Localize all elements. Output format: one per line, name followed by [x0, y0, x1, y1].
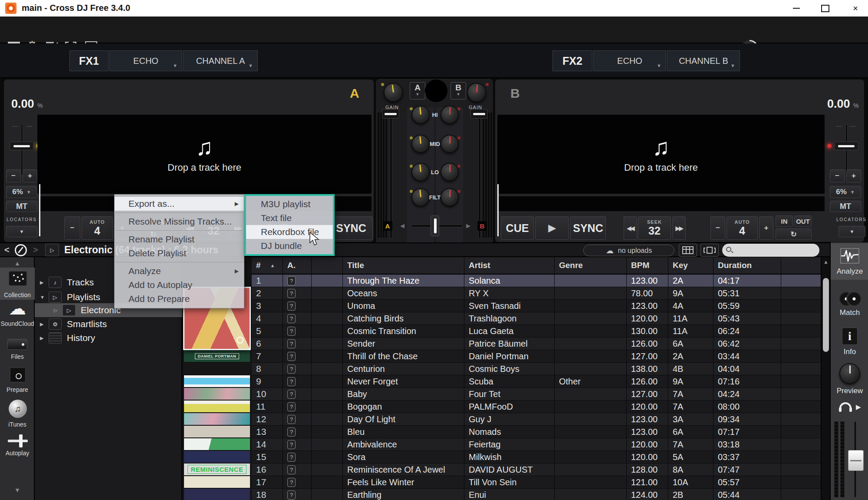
- crossfader-handle[interactable]: [431, 215, 439, 236]
- deck-b-loop-icon-button[interactable]: ↻: [776, 228, 812, 240]
- table-row[interactable]: 11?BogoganPALMFooD120.007A08:00: [252, 401, 821, 413]
- deck-b-loop-in-button[interactable]: IN: [776, 215, 793, 227]
- deck-b-locators-dropdown[interactable]: ▼: [838, 226, 865, 237]
- deck-b-pitch-range-select[interactable]: 6%▼: [830, 186, 861, 198]
- deck-a-drop-zone[interactable]: ♫ Drop a track here: [37, 115, 372, 194]
- table-row[interactable]: 16?Reminiscence Of A JewelDAVID AUGUST12…: [252, 464, 821, 476]
- sidebar-scroll-up-icon[interactable]: ▲: [0, 260, 35, 267]
- expander-icon[interactable]: ▶: [40, 335, 46, 341]
- preview-knob[interactable]: [839, 363, 860, 384]
- deck-b-seek-back-button[interactable]: ◀◀: [624, 216, 637, 240]
- expander-icon[interactable]: ▶: [40, 321, 46, 327]
- deck-b-auto-minus-button[interactable]: −: [710, 216, 725, 240]
- browse-compass-icon[interactable]: [15, 244, 27, 256]
- volume-fader-a-handle[interactable]: [382, 109, 399, 119]
- sidebar-item-autoplay[interactable]: Autoplay: [0, 431, 35, 458]
- table-row[interactable]: 6?SenderPatrice Bäumel126.006A06:42: [252, 338, 821, 350]
- crossfader-left-arrow-icon[interactable]: ◀: [400, 222, 404, 229]
- deck-a-master-tempo-button[interactable]: MT: [6, 201, 37, 212]
- sidebar-item-soundcloud[interactable]: ☁ SoundCloud: [0, 301, 35, 328]
- info-button[interactable]: i Info: [831, 328, 868, 360]
- sort-asc-icon[interactable]: ▲: [270, 263, 275, 268]
- header-analysis[interactable]: A.: [283, 257, 312, 274]
- gain-b-knob[interactable]: [467, 83, 486, 102]
- header-artist[interactable]: Artist: [464, 257, 555, 274]
- deck-b-pitch-minus-button[interactable]: −: [830, 169, 845, 182]
- menu-item[interactable]: Rename Playlist: [115, 232, 244, 246]
- table-row[interactable]: 7?Thrill of the ChaseDaniel Portman127.0…: [252, 350, 821, 363]
- header-key[interactable]: Key: [668, 257, 713, 274]
- fx2-effect-select[interactable]: ECHO▼: [593, 50, 666, 71]
- sidebar-item-prepare[interactable]: Prepare: [0, 366, 35, 394]
- header-number[interactable]: #▲: [252, 257, 283, 274]
- deck-a-pitch-handle[interactable]: [10, 142, 34, 150]
- table-row[interactable]: 17?Feels Like WinterTill Von Sein121.001…: [252, 476, 821, 489]
- header-bpm[interactable]: BPM: [627, 257, 668, 274]
- volume-fader-a-track[interactable]: [390, 112, 392, 238]
- browse-knob[interactable]: [425, 79, 447, 102]
- preview-knob-group[interactable]: Preview: [831, 362, 868, 399]
- nav-back-icon[interactable]: <: [4, 245, 10, 255]
- crossfader-right-arrow-icon[interactable]: ▶: [466, 222, 470, 229]
- submenu-item[interactable]: Text file: [246, 211, 333, 225]
- table-row[interactable]: 8?CenturionCosmic Boys138.004B04:04: [252, 363, 821, 375]
- mixer-channel-b-select[interactable]: B▼: [450, 82, 466, 99]
- deck-b-sync-button[interactable]: SYNC: [570, 216, 606, 240]
- maximize-button[interactable]: [815, 0, 835, 17]
- deck-a-auto-loop-button[interactable]: AUTO4: [82, 216, 113, 240]
- scrollbar-thumb[interactable]: [823, 278, 829, 352]
- scroll-up-icon[interactable]: ▲: [822, 259, 830, 265]
- deck-b-auto-loop-button[interactable]: AUTO4: [727, 216, 758, 240]
- table-row[interactable]: 18?EarthlingEnui124.002B05:44: [252, 489, 821, 500]
- submenu-item[interactable]: M3U playlist: [246, 197, 333, 211]
- fx1-effect-select[interactable]: ECHO▼: [109, 50, 182, 71]
- close-button[interactable]: ×: [845, 0, 865, 17]
- table-row[interactable]: 5?Cosmic TransitionLuca Gaeta130.0011A06…: [252, 325, 821, 338]
- deck-a-sync-button[interactable]: SYNC: [329, 216, 373, 240]
- match-button[interactable]: Match: [831, 289, 868, 324]
- minimize-button[interactable]: [786, 0, 806, 17]
- volume-fader-b-track[interactable]: [478, 112, 481, 238]
- deck-b-seek-forward-button[interactable]: ▶▶: [672, 216, 686, 240]
- deck-a-pitch-plus-button[interactable]: +: [23, 169, 37, 182]
- deck-b-overview-strip[interactable]: [497, 196, 825, 211]
- volume-fader-b-handle[interactable]: [470, 109, 488, 119]
- table-row[interactable]: 15?SoraMilkwish120.005A03:37: [252, 451, 821, 464]
- deck-b-cue-button[interactable]: CUE: [501, 216, 534, 240]
- table-row[interactable]: 13?BleuNomads123.006A07:17: [252, 426, 821, 438]
- header-duration[interactable]: Duration: [713, 257, 781, 274]
- expander-icon[interactable]: ▶: [40, 280, 46, 285]
- header-genre[interactable]: Genre: [555, 257, 627, 274]
- header-title[interactable]: Title: [343, 257, 464, 274]
- tree-item-history[interactable]: ▶ History: [35, 331, 182, 345]
- expander-icon[interactable]: ▼: [40, 295, 46, 300]
- sidebar-item-itunes[interactable]: ♫ iTunes: [0, 399, 35, 429]
- sidebar-item-files[interactable]: Files: [0, 334, 35, 361]
- mixer-channel-a-select[interactable]: A▼: [410, 82, 425, 99]
- menu-item[interactable]: Add to Prepare: [115, 292, 244, 306]
- menu-item[interactable]: Resolve Missing Tracks...: [115, 215, 244, 228]
- deck-b-auto-plus-button[interactable]: +: [759, 216, 773, 240]
- table-row[interactable]: 10?BabyFour Tet127.007A04:24: [252, 388, 821, 401]
- sidebar-scroll-down-icon[interactable]: ▼: [0, 487, 35, 493]
- expander-icon[interactable]: ▷: [54, 308, 60, 313]
- deck-b-loop-out-button[interactable]: OUT: [794, 215, 812, 227]
- deck-a-pitch-range-select[interactable]: 6%▼: [6, 186, 37, 198]
- menu-item[interactable]: Export as...▶: [115, 197, 244, 211]
- cue-fader-handle[interactable]: [848, 450, 864, 471]
- fx2-channel-select[interactable]: CHANNEL B▼: [667, 50, 740, 71]
- preview-play-icon[interactable]: ▶: [856, 403, 861, 411]
- table-row[interactable]: 1?Through The HazeSolanca123.002A04:17: [252, 275, 821, 287]
- grid-view-toggle[interactable]: [679, 244, 697, 257]
- table-row[interactable]: 2?OceansRY X78.009A05:31: [252, 287, 821, 300]
- table-row[interactable]: 9?Never ForgetScubaOther126.009A07:16: [252, 375, 821, 388]
- table-scrollbar[interactable]: ▲: [821, 257, 830, 500]
- nav-forward-icon[interactable]: >: [33, 245, 38, 255]
- analyze-button[interactable]: Analyze: [831, 243, 868, 280]
- deck-a-auto-minus-button[interactable]: −: [64, 216, 80, 240]
- menu-item[interactable]: Add to Autoplay: [115, 278, 244, 292]
- deck-b-play-button[interactable]: ▶: [535, 216, 569, 240]
- uploads-status[interactable]: ☁no uploads: [583, 245, 674, 256]
- gain-a-knob[interactable]: [384, 83, 403, 102]
- sidebar-item-collection[interactable]: Collection: [0, 268, 35, 300]
